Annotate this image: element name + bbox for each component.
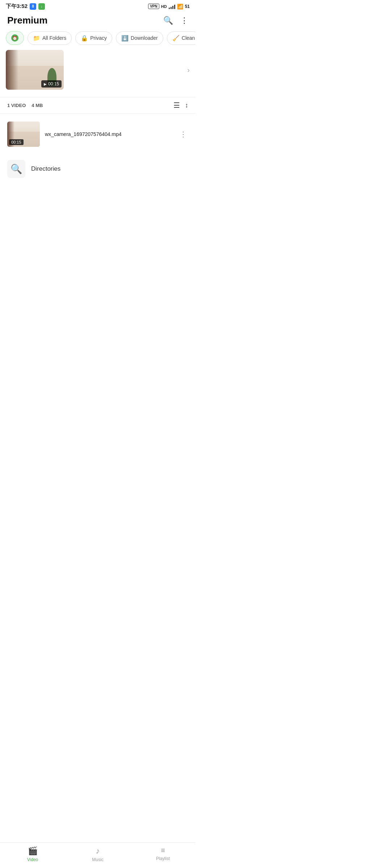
stats-bar: 1 VIDEO 4 MB ☰ ↕ [0, 97, 196, 114]
privacy-icon: 🔒 [81, 35, 88, 42]
status-time: 下午3:52 [6, 3, 28, 10]
list-view-button[interactable]: ☰ [173, 101, 180, 110]
file-thumbnail: 00:15 [7, 122, 40, 147]
signal-bar-4 [174, 5, 175, 9]
notification-icon: 8 [30, 3, 36, 10]
file-menu-button[interactable]: ⋮ [178, 128, 188, 140]
chevron-right-icon[interactable]: › [187, 66, 190, 74]
sort-button[interactable]: ↕ [185, 102, 188, 109]
downloader-icon: ⬇️ [121, 35, 129, 42]
status-left: 下午3:52 8 ↓ [6, 3, 45, 10]
status-right: VPN HD 📶 51 [148, 4, 190, 9]
file-list: 00:15 wx_camera_1697207576404.mp4 ⋮ [0, 114, 196, 155]
video-duration-overlay: ▶ 00:15 [41, 80, 62, 88]
play-icon: ▶ [44, 82, 47, 86]
stats-right: ☰ ↕ [173, 101, 188, 110]
file-info: wx_camera_1697207576404.mp4 [45, 131, 173, 137]
tab-downloader-label: Downloader [131, 35, 158, 41]
video-duration: 00:15 [48, 81, 59, 86]
tab-privacy-label: Privacy [90, 35, 107, 41]
signal-bar-1 [169, 8, 170, 9]
directories-icon: 🔍 [10, 163, 22, 175]
battery-percent: 51 [185, 4, 190, 9]
download-icon: ↓ [38, 3, 45, 10]
tab-all-folders-label: All Folders [42, 35, 66, 41]
header: Premium 🔍 ⋮ [0, 11, 196, 31]
wifi-icon: 📶 [177, 4, 183, 9]
more-options-button[interactable]: ⋮ [180, 16, 188, 25]
header-actions: 🔍 ⋮ [163, 16, 188, 25]
tab-privacy[interactable]: 🔒 Privacy [75, 31, 112, 45]
page-title: Premium [7, 15, 47, 26]
tab-clean-label: Clean [182, 35, 195, 41]
thumb-dark-edge [6, 50, 18, 90]
stats-left: 1 VIDEO 4 MB [7, 103, 43, 108]
table-row[interactable]: 00:15 wx_camera_1697207576404.mp4 ⋮ [0, 117, 196, 151]
folder-icon: 📁 [33, 35, 40, 42]
hd-badge: HD [161, 4, 167, 9]
small-thumb-time: 00:15 [9, 139, 24, 145]
vpn-badge: VPN [148, 4, 159, 9]
directories-label: Directories [31, 165, 60, 173]
status-bar: 下午3:52 8 ↓ VPN HD 📶 51 [0, 0, 196, 11]
video-preview-section: ▶ 00:15 › [0, 50, 196, 90]
signal-bar-3 [172, 6, 173, 9]
file-name: wx_camera_1697207576404.mp4 [45, 131, 122, 137]
signal-bar-2 [171, 7, 172, 9]
filter-tabs: ⏰ 📁 All Folders 🔒 Privacy ⬇️ Downloader … [0, 31, 196, 50]
signal-bars [169, 4, 175, 9]
video-count: 1 VIDEO [7, 103, 26, 108]
video-preview-thumbnail[interactable]: ▶ 00:15 [6, 50, 64, 90]
clean-icon: 🧹 [172, 35, 180, 42]
directories-item[interactable]: 🔍 Directories [0, 155, 196, 183]
tab-clean[interactable]: 🧹 Clean [167, 31, 196, 45]
tab-downloader[interactable]: ⬇️ Downloader [116, 31, 163, 45]
spacer [0, 183, 196, 226]
directories-icon-wrapper: 🔍 [7, 160, 25, 178]
tab-recent[interactable]: ⏰ [6, 31, 24, 45]
clock-icon: ⏰ [11, 34, 18, 42]
tab-all-folders[interactable]: 📁 All Folders [28, 31, 72, 45]
search-button[interactable]: 🔍 [163, 16, 173, 25]
file-size: 4 MB [31, 103, 43, 108]
